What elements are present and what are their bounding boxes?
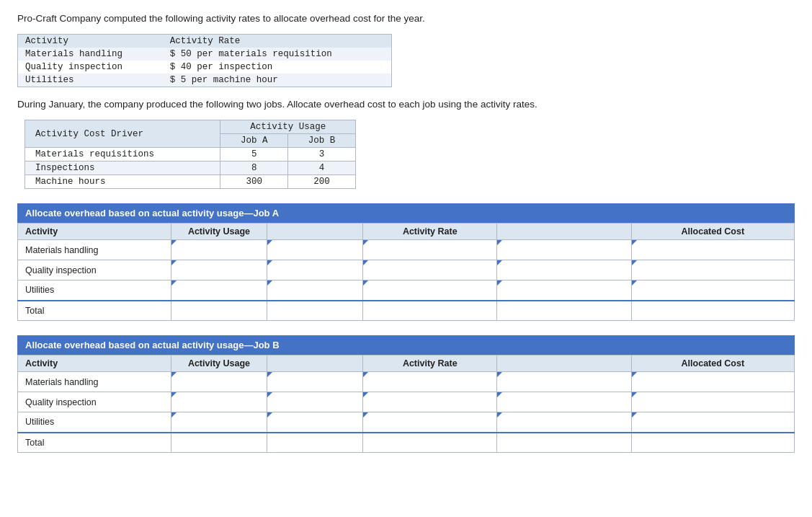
ja-utilities-cost[interactable] [631, 280, 794, 301]
job-b-header: Allocate overhead based on actual activi… [17, 335, 795, 355]
jb-total-rate2 [497, 433, 631, 453]
ja-materials-rate1[interactable] [363, 240, 497, 260]
ja-col-activity: Activity [18, 224, 171, 240]
ja-col-rate1: Activity Rate [363, 224, 497, 240]
jb-col-rate2 [497, 355, 631, 372]
ja-materials-usage2[interactable] [267, 240, 363, 260]
ar-header-activity: Activity [18, 35, 163, 48]
ja-utilities-usage1[interactable] [171, 280, 267, 301]
ja-utilities-rate2[interactable] [497, 280, 631, 301]
jb-col-usage1: Activity Usage [171, 355, 267, 372]
ja-col-usage2 [267, 224, 363, 240]
jb-quality-usage2[interactable] [267, 392, 363, 412]
ja-quality-rate2[interactable] [497, 260, 631, 280]
ja-total-row: Total [18, 301, 795, 321]
ja-materials-usage1[interactable] [171, 240, 267, 260]
ja-row-utilities: Utilities [18, 280, 795, 301]
ar-row3-activity: Utilities [18, 74, 163, 87]
au-row2-jobb: 4 [288, 162, 356, 175]
ja-row-quality: Quality inspection [18, 260, 795, 280]
ja-materials-rate2[interactable] [497, 240, 631, 260]
jb-quality-rate1[interactable] [363, 392, 497, 412]
ar-row1-activity: Materials handling [18, 48, 163, 61]
au-row3-driver: Machine hours [25, 175, 220, 189]
ja-utilities-rate1[interactable] [363, 280, 497, 301]
activity-rates-table: Activity Activity Rate Materials handlin… [17, 34, 392, 87]
jb-materials-label: Materials handling [18, 372, 171, 392]
au-row3-jobb: 200 [288, 175, 356, 189]
ja-total-rate1 [363, 301, 497, 321]
jb-materials-usage2[interactable] [267, 372, 363, 392]
ja-row-materials: Materials handling [18, 240, 795, 260]
ja-total-rate2 [497, 301, 631, 321]
au-row1-joba: 5 [220, 148, 288, 162]
jb-col-rate1: Activity Rate [363, 355, 497, 372]
jb-quality-cost[interactable] [631, 392, 794, 412]
jb-utilities-label: Utilities [18, 412, 171, 433]
au-header-jobb: Job B [288, 134, 356, 148]
ja-col-cost: Allocated Cost [631, 224, 794, 240]
ja-total-usage2 [267, 301, 363, 321]
jb-utilities-rate1[interactable] [363, 412, 497, 433]
ja-col-rate2 [497, 224, 631, 240]
ja-materials-label: Materials handling [18, 240, 171, 260]
jb-quality-rate2[interactable] [497, 392, 631, 412]
au-header-driver: Activity Cost Driver [25, 120, 220, 148]
ja-col-usage1: Activity Usage [171, 224, 267, 240]
ar-header-rate: Activity Rate [163, 35, 392, 48]
au-row2-joba: 8 [220, 162, 288, 175]
au-header-joba: Job A [220, 134, 288, 148]
job-a-table: Activity Activity Usage Activity Rate Al… [17, 223, 795, 321]
jb-materials-usage1[interactable] [171, 372, 267, 392]
jb-materials-cost[interactable] [631, 372, 794, 392]
au-row3-joba: 300 [220, 175, 288, 189]
ja-materials-cost[interactable] [631, 240, 794, 260]
ja-utilities-usage2[interactable] [267, 280, 363, 301]
jb-quality-usage1[interactable] [171, 392, 267, 412]
ja-quality-cost[interactable] [631, 260, 794, 280]
jb-total-label: Total [18, 433, 171, 453]
job-b-table: Activity Activity Usage Activity Rate Al… [17, 355, 795, 453]
jb-row-utilities: Utilities [18, 412, 795, 433]
job-b-section: Allocate overhead based on actual activi… [17, 335, 795, 453]
jb-total-row: Total [18, 433, 795, 453]
ja-utilities-label: Utilities [18, 280, 171, 301]
jb-total-rate1 [363, 433, 497, 453]
jb-utilities-usage2[interactable] [267, 412, 363, 433]
during-paragraph: During January, the company produced the… [17, 99, 795, 110]
jb-row-materials: Materials handling [18, 372, 795, 392]
jb-total-usage2 [267, 433, 363, 453]
ja-quality-usage1[interactable] [171, 260, 267, 280]
jb-quality-label: Quality inspection [18, 392, 171, 412]
ar-row2-activity: Quality inspection [18, 61, 163, 74]
ar-row3-rate: $ 5 per machine hour [163, 74, 392, 87]
jb-total-cost [631, 433, 794, 453]
ar-row2-rate: $ 40 per inspection [163, 61, 392, 74]
jb-row-quality: Quality inspection [18, 392, 795, 412]
jb-utilities-cost[interactable] [631, 412, 794, 433]
jb-col-usage2 [267, 355, 363, 372]
jb-col-activity: Activity [18, 355, 171, 372]
activity-usage-table: Activity Cost Driver Activity Usage Job … [24, 120, 356, 189]
jb-materials-rate1[interactable] [363, 372, 497, 392]
job-a-header: Allocate overhead based on actual activi… [17, 203, 795, 223]
jb-utilities-usage1[interactable] [171, 412, 267, 433]
au-row1-jobb: 3 [288, 148, 356, 162]
ja-quality-usage2[interactable] [267, 260, 363, 280]
activity-usage-section: Activity Cost Driver Activity Usage Job … [17, 120, 795, 189]
ar-row1-rate: $ 50 per materials requisition [163, 48, 392, 61]
ja-total-usage1 [171, 301, 267, 321]
job-a-section: Allocate overhead based on actual activi… [17, 203, 795, 321]
jb-materials-rate2[interactable] [497, 372, 631, 392]
ja-quality-label: Quality inspection [18, 260, 171, 280]
jb-total-usage1 [171, 433, 267, 453]
ja-total-cost [631, 301, 794, 321]
intro-paragraph: Pro-Craft Company computed the following… [17, 13, 795, 24]
ja-total-label: Total [18, 301, 171, 321]
jb-utilities-rate2[interactable] [497, 412, 631, 433]
au-row2-driver: Inspections [25, 162, 220, 175]
au-row1-driver: Materials requisitions [25, 148, 220, 162]
jb-col-cost: Allocated Cost [631, 355, 794, 372]
au-group-header: Activity Usage [220, 120, 356, 134]
ja-quality-rate1[interactable] [363, 260, 497, 280]
